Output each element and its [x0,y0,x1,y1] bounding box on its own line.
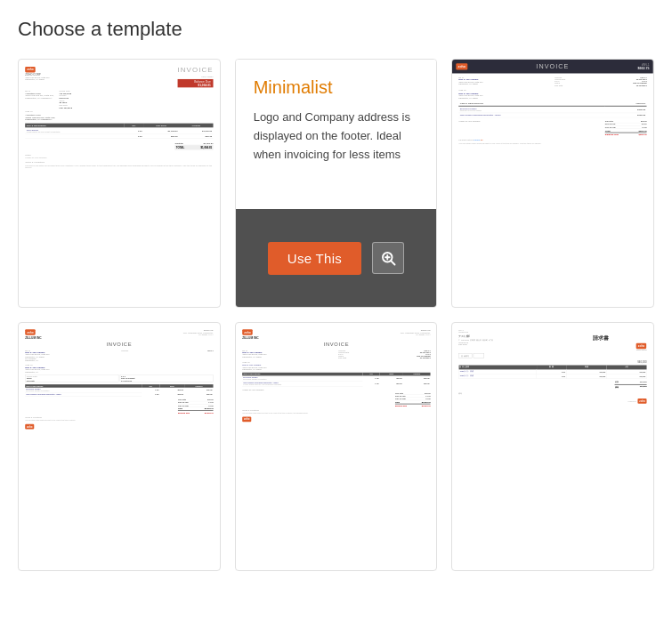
template-preview-1: zoho ZOHO CORP 4900 Hopyard Rd, Suite 31… [19,60,220,176]
use-this-button[interactable]: Use This [268,242,361,275]
minimalist-overlay: Use This [236,209,437,307]
template-card-zillum-2[interactable]: zoho ZILLUM INC Zillum Inc 4#41 Hopeland… [235,322,438,571]
template-grid: zoho ZOHO CORP 4900 Hopyard Rd, Suite 31… [18,59,654,571]
svg-line-1 [392,261,395,264]
zoom-icon[interactable] [372,242,404,274]
template-card-dark[interactable]: zoho INVOICE #INV-1 $662.75 Bill To Rob … [451,59,654,308]
minimalist-description: Logo and Company address is displayed on… [254,109,419,164]
template-card-zoho-classic[interactable]: zoho ZOHO CORP 4900 Hopyard Rd, Suite 31… [18,59,221,308]
template-card-minimalist[interactable]: Minimalist Logo and Company address is d… [235,59,438,308]
template-preview-6: INV-1 2013/07/19 テスト太郎 〒 720-0011 広島県 福山… [452,323,653,410]
template-preview-4: zoho ZILLUM INC Zillum Inc 4#41 Hopeland… [19,323,220,436]
minimalist-title: Minimalist [254,77,333,98]
page-title: Choose a template [18,18,654,41]
template-preview-3: zoho INVOICE #INV-1 $662.75 Bill To Rob … [452,60,653,150]
template-card-zillum-1[interactable]: zoho ZILLUM INC Zillum Inc 4#41 Hopeland… [18,322,221,571]
template-card-japanese[interactable]: INV-1 2013/07/19 テスト太郎 〒 720-0011 広島県 福山… [451,322,654,571]
template-preview-5: zoho ZILLUM INC Zillum Inc 4#41 Hopeland… [236,323,437,428]
